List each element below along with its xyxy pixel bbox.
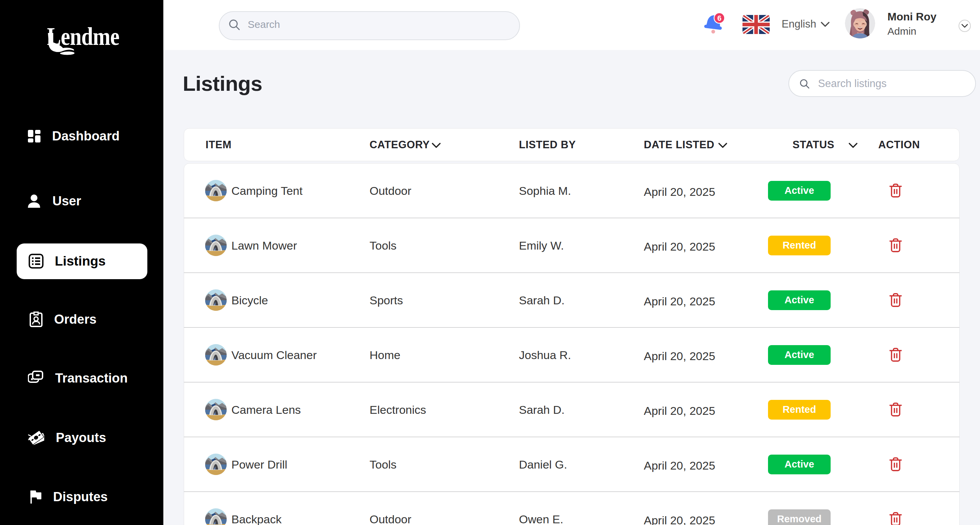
svg-text:6: 6 (717, 14, 721, 22)
